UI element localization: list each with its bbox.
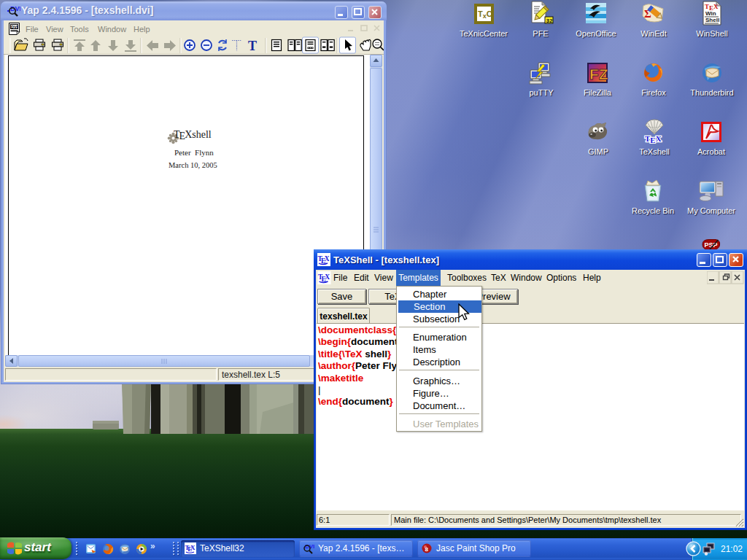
svg-text:32: 32 <box>546 18 553 24</box>
svg-text:Win: Win <box>705 10 716 17</box>
svg-text:TEX: TEX <box>645 134 662 144</box>
svg-text:Shell: Shell <box>705 17 719 23</box>
svg-text:FZ: FZ <box>589 66 608 82</box>
svg-text:DVI: DVI <box>11 25 18 29</box>
svg-text:8: 8 <box>425 546 429 553</box>
svg-text:T: T <box>248 39 257 53</box>
